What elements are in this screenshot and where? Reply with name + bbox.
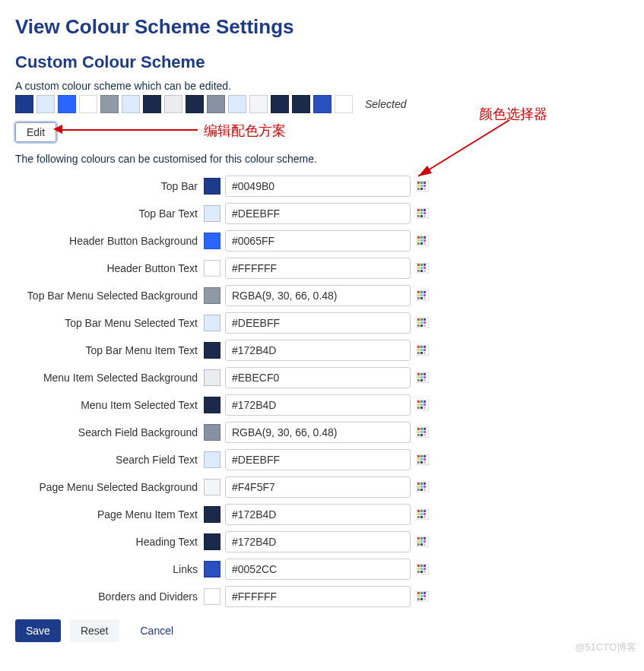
reset-button[interactable]: Reset: [70, 619, 119, 642]
palette-swatch[interactable]: [100, 95, 119, 113]
palette-swatch[interactable]: [36, 95, 55, 113]
colour-field-input[interactable]: [225, 586, 411, 607]
svg-rect-21: [417, 236, 420, 239]
svg-rect-109: [424, 461, 426, 464]
colour-field-row: Heading Text: [15, 531, 629, 552]
colour-field-swatch[interactable]: [204, 342, 220, 359]
palette-swatch[interactable]: [207, 95, 225, 113]
colour-picker-icon[interactable]: [417, 181, 429, 191]
colour-field-swatch[interactable]: [204, 533, 220, 550]
save-button[interactable]: Save: [15, 619, 61, 642]
svg-rect-3: [424, 182, 426, 184]
colour-field-swatch[interactable]: [204, 178, 220, 195]
svg-rect-107: [417, 461, 420, 464]
colour-picker-icon[interactable]: [417, 318, 429, 328]
palette-swatch[interactable]: [143, 95, 161, 113]
colour-picker-icon[interactable]: [417, 564, 429, 574]
palette-swatch[interactable]: [249, 95, 268, 113]
palette-swatch[interactable]: [271, 95, 289, 113]
colour-picker-icon[interactable]: [417, 454, 429, 465]
colour-field-label: Links: [15, 563, 204, 575]
colour-field-swatch[interactable]: [204, 397, 220, 413]
svg-rect-105: [420, 458, 423, 461]
colour-picker-icon[interactable]: [417, 427, 429, 438]
colour-field-input[interactable]: [225, 367, 411, 388]
colour-field-input[interactable]: [225, 422, 411, 443]
colour-field-swatch[interactable]: [204, 205, 220, 222]
colour-field-label: Heading Text: [15, 536, 204, 548]
svg-rect-116: [424, 486, 426, 488]
svg-rect-118: [420, 489, 423, 491]
edit-button[interactable]: Edit: [15, 122, 56, 142]
colour-field-swatch[interactable]: [204, 479, 220, 495]
palette-swatch[interactable]: [186, 95, 204, 113]
svg-rect-112: [420, 483, 423, 485]
svg-rect-47: [417, 297, 420, 299]
colour-picker-icon[interactable]: [417, 400, 429, 410]
svg-rect-101: [417, 455, 420, 457]
colour-picker-icon[interactable]: [417, 536, 429, 547]
colour-picker-icon[interactable]: [417, 236, 429, 246]
palette-swatch[interactable]: [79, 95, 97, 113]
palette-swatch[interactable]: [122, 95, 140, 113]
palette-swatch[interactable]: [335, 95, 353, 113]
colour-field-swatch[interactable]: [204, 287, 220, 304]
colour-field-swatch[interactable]: [204, 315, 220, 331]
colour-field-input[interactable]: [225, 559, 411, 580]
svg-rect-46: [424, 294, 426, 296]
colour-field-input[interactable]: [225, 531, 411, 552]
palette-swatch[interactable]: [313, 95, 332, 113]
colour-picker-icon[interactable]: [417, 372, 429, 383]
palette-swatch[interactable]: [15, 95, 33, 113]
svg-rect-102: [420, 455, 423, 457]
colour-field-label: Header Button Text: [15, 262, 204, 274]
cancel-link[interactable]: Cancel: [141, 625, 174, 637]
colour-picker-icon[interactable]: [417, 208, 429, 219]
svg-rect-96: [424, 431, 426, 433]
colour-picker-icon[interactable]: [417, 482, 429, 492]
palette-swatch[interactable]: [292, 95, 310, 113]
colour-field-input[interactable]: [225, 258, 411, 279]
colour-field-input[interactable]: [225, 203, 411, 224]
annotation-picker-arrow: [411, 114, 517, 182]
colour-field-input[interactable]: [225, 449, 411, 470]
svg-rect-48: [420, 297, 423, 299]
svg-rect-153: [424, 592, 426, 594]
colour-field-input[interactable]: [225, 504, 411, 525]
colour-field-row: Top Bar Menu Selected Background: [15, 285, 629, 306]
colour-field-swatch[interactable]: [204, 588, 220, 605]
colour-field-input[interactable]: [225, 285, 411, 306]
svg-rect-67: [417, 352, 420, 354]
colour-field-input[interactable]: [225, 312, 411, 334]
colour-field-swatch[interactable]: [204, 451, 220, 468]
colour-picker-icon[interactable]: [417, 345, 429, 356]
colour-field-input[interactable]: [225, 176, 411, 197]
swatch-row: Selected: [15, 95, 629, 113]
colour-field-input[interactable]: [225, 394, 411, 416]
svg-rect-59: [424, 324, 426, 327]
colour-field-swatch[interactable]: [204, 233, 220, 249]
colour-field-input[interactable]: [225, 230, 411, 252]
colour-picker-icon[interactable]: [417, 290, 429, 301]
colour-field-swatch[interactable]: [204, 369, 220, 386]
palette-swatch[interactable]: [228, 95, 246, 113]
svg-rect-53: [424, 318, 426, 321]
colour-field-label: Top Bar Menu Selected Text: [15, 317, 204, 329]
colour-field-swatch[interactable]: [204, 260, 220, 277]
colour-field-swatch[interactable]: [204, 424, 220, 441]
colour-picker-icon[interactable]: [417, 263, 429, 274]
svg-rect-86: [424, 404, 426, 406]
palette-swatch[interactable]: [164, 95, 182, 113]
colour-field-swatch[interactable]: [204, 506, 220, 523]
colour-field-label: Search Field Text: [15, 454, 204, 466]
colour-field-input[interactable]: [225, 340, 411, 361]
svg-rect-13: [424, 209, 426, 211]
colour-field-swatch[interactable]: [204, 561, 220, 578]
colour-picker-icon[interactable]: [417, 509, 429, 520]
svg-rect-106: [424, 458, 426, 461]
colour-picker-icon[interactable]: [417, 591, 429, 602]
palette-swatch[interactable]: [58, 95, 76, 113]
colour-field-input[interactable]: [225, 476, 411, 498]
colour-field-label: Top Bar Menu Item Text: [15, 344, 204, 356]
svg-rect-92: [420, 428, 423, 430]
